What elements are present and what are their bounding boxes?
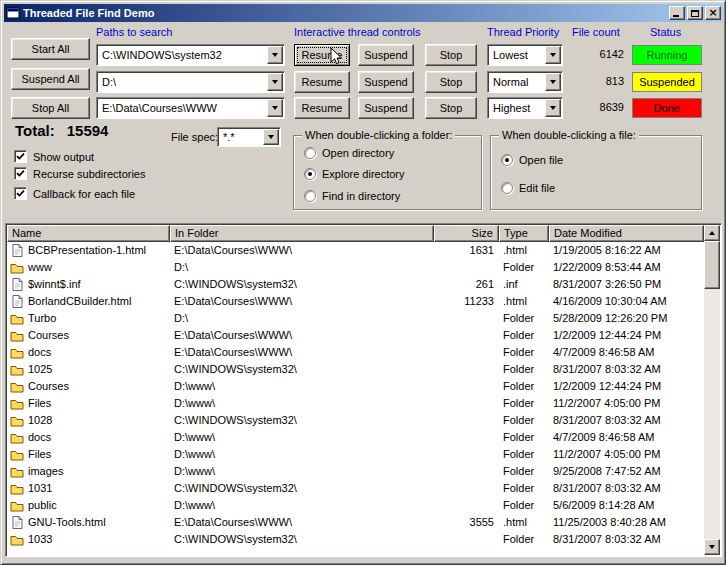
combo-dropdown-button[interactable] [545,73,561,91]
priority-combo-2[interactable]: Highest [487,97,563,119]
stop-button-2[interactable]: Stop [425,97,477,119]
cell-folder: E:\Data\Courses\WWW\ [170,293,434,310]
table-row[interactable]: BCBPresentation-1.htmlE:\Data\Courses\WW… [7,242,704,259]
suspend-button-2[interactable]: Suspend [358,97,414,119]
combo-dropdown-button[interactable] [267,46,283,64]
file-name: 1028 [28,412,52,429]
cell-type: Folder [499,344,549,361]
scroll-thumb[interactable] [704,241,720,289]
table-row[interactable]: docsE:\Data\Courses\WWW\Folder4/7/2009 8… [7,344,704,361]
table-row[interactable]: docsD:\www\Folder4/7/2009 8:46:58 AM [7,429,704,446]
cell-size: 3555 [434,514,499,531]
file-count-1: 813 [568,75,624,87]
stop-button-0[interactable]: Stop [425,44,477,66]
table-row[interactable]: 1025C:\WINDOWS\system32\Folder8/31/2007 … [7,361,704,378]
window-title: Threaded File Find Demo [23,7,666,19]
cell-type: .html [499,514,549,531]
table-row[interactable]: GNU-Tools.htmlE:\Data\Courses\WWW\3555.h… [7,514,704,531]
file-spec-label: File spec: [171,131,218,143]
vertical-scrollbar[interactable] [704,225,720,555]
priority-combo-0[interactable]: Lowest [487,44,563,66]
column-header-name[interactable]: Name [7,225,170,242]
resume-button-0[interactable]: Resume [294,44,350,66]
cell-type: Folder [499,259,549,276]
arrow-up-icon [709,231,715,235]
table-row[interactable]: TurboD:\Folder5/28/2009 12:26:20 PM [7,310,704,327]
table-row[interactable]: 1031C:\WINDOWS\system32\Folder8/31/2007 … [7,480,704,497]
radio-edit-file[interactable]: Edit file [501,182,555,194]
table-row[interactable]: 1033C:\WINDOWS\system32\Folder8/31/2007 … [7,531,704,548]
file-name: public [28,497,57,514]
cell-modified: 11/2/2007 4:05:00 PM [549,446,704,463]
radio-open-directory[interactable]: Open directory [304,147,394,159]
combo-dropdown-button[interactable] [267,73,283,91]
cell-size [434,327,499,344]
checkbox-callback-each-file[interactable]: Callback for each file [14,187,135,200]
column-header-in-folder[interactable]: In Folder [170,225,434,242]
minimize-button[interactable] [669,6,685,20]
suspend-all-button[interactable]: Suspend All [11,68,90,90]
suspend-button-0[interactable]: Suspend [358,44,414,66]
cell-name: 1031 [7,480,170,497]
priority-combo-1[interactable]: Normal [487,71,563,93]
table-row[interactable]: wwwD:\Folder1/22/2009 8:53:44 AM [7,259,704,276]
suspend-button-1[interactable]: Suspend [358,71,414,93]
scroll-up-button[interactable] [704,225,720,241]
table-row[interactable]: BorlandCBuilder.htmlE:\Data\Courses\WWW\… [7,293,704,310]
file-count-0: 6142 [568,48,624,60]
combo-value: Highest [488,98,544,118]
resume-button-2[interactable]: Resume [294,97,350,119]
checkbox-show-output[interactable]: Show output [14,150,94,163]
combo-dropdown-button[interactable] [267,99,283,117]
file-name: GNU-Tools.html [28,514,106,531]
folder-icon [10,483,24,495]
path-combo-2[interactable]: E:\Data\Courses\WWW [96,97,285,119]
cell-name: $winnt$.inf [7,276,170,293]
combo-dropdown-button[interactable] [263,129,279,145]
start-all-button[interactable]: Start All [11,38,90,60]
column-header-type[interactable]: Type [499,225,549,242]
cell-size [434,531,499,548]
scroll-down-button[interactable] [704,539,720,555]
column-header-size[interactable]: Size [434,225,499,242]
radio-find-in-directory[interactable]: Find in directory [304,190,400,202]
table-row[interactable]: publicD:\www\Folder5/6/2009 8:14:28 AM [7,497,704,514]
folder-icon [10,415,24,427]
file-icon [10,295,24,308]
status-label: Status [650,26,681,38]
radio-explore-directory[interactable]: Explore directory [304,168,405,180]
cell-name: docs [7,429,170,446]
table-row[interactable]: FilesD:\www\Folder11/2/2007 4:05:00 PM [7,446,704,463]
cell-modified: 5/6/2009 8:14:28 AM [549,497,704,514]
checkbox-recurse-subdirectories[interactable]: Recurse subdirectories [14,167,146,180]
table-row[interactable]: CoursesD:\www\Folder1/2/2009 12:44:24 PM [7,378,704,395]
cell-size [434,395,499,412]
column-header-date-modified[interactable]: Date Modified [549,225,704,242]
resume-button-1[interactable]: Resume [294,71,350,93]
cell-name: BCBPresentation-1.html [7,242,170,259]
minimize-icon [673,15,679,17]
radio-open-file[interactable]: Open file [501,154,563,166]
table-row[interactable]: CoursesE:\Data\Courses\WWW\Folder1/2/200… [7,327,704,344]
file-count-2: 8639 [568,101,624,113]
checkbox-label: Recurse subdirectories [33,168,146,180]
table-row[interactable]: 1028C:\WINDOWS\system32\Folder8/31/2007 … [7,412,704,429]
stop-all-button[interactable]: Stop All [11,97,90,119]
close-button[interactable]: × [705,6,721,20]
combo-dropdown-button[interactable] [545,99,561,117]
path-combo-1[interactable]: D:\ [96,71,285,93]
stop-button-1[interactable]: Stop [425,71,477,93]
table-row[interactable]: $winnt$.infC:\WINDOWS\system32\261.inf8/… [7,276,704,293]
cell-size [434,480,499,497]
cell-size [434,429,499,446]
path-combo-0[interactable]: C:\WINDOWS\system32 [96,44,285,66]
cell-type: Folder [499,412,549,429]
combo-dropdown-button[interactable] [545,46,561,64]
maximize-button[interactable] [687,6,703,20]
file-spec-combo[interactable]: *.* [217,127,281,147]
table-row[interactable]: FilesD:\www\Folder11/2/2007 4:05:00 PM [7,395,704,412]
title-bar[interactable]: Threaded File Find Demo × [4,4,723,22]
table-row[interactable]: imagesD:\www\Folder9/25/2008 7:47:52 AM [7,463,704,480]
cell-type: .inf [499,276,549,293]
combo-value: C:\WINDOWS\system32 [97,45,266,65]
